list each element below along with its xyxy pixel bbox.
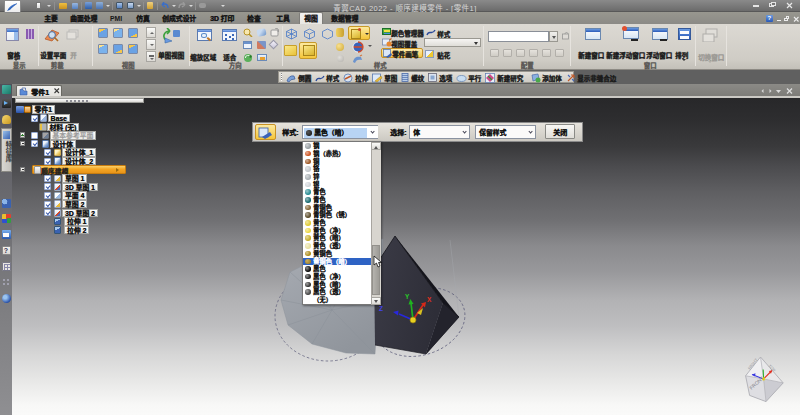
svg-text:Y: Y bbox=[405, 293, 410, 300]
svg-text:X: X bbox=[427, 296, 432, 303]
svg-text:Z: Z bbox=[379, 305, 383, 312]
